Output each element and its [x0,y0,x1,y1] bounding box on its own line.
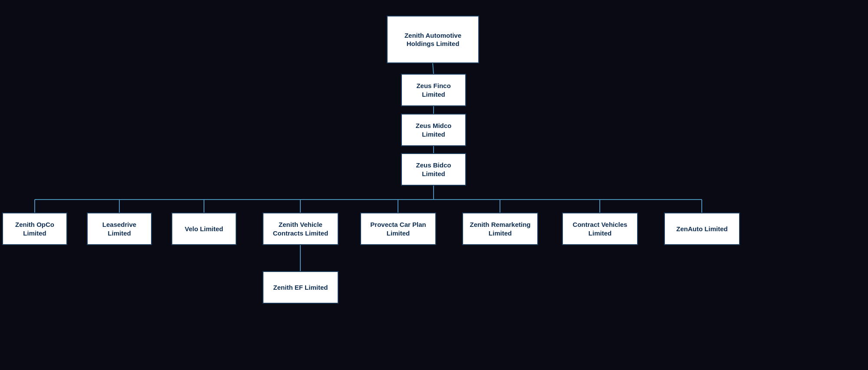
node-leasedrive: Leasedrive Limited [87,213,152,245]
node-zvc: Zenith Vehicle Contracts Limited [263,213,339,245]
node-zenithef: Zenith EF Limited [263,271,339,304]
node-zenauto: ZenAuto Limited [664,213,740,245]
org-chart: Zenith Automotive Holdings Limited Zeus … [0,0,868,370]
node-remarketing: Zenith Remarketing Limited [462,213,538,245]
svg-line-0 [433,63,434,74]
node-cvc: Contract Vehicles Limited [562,213,638,245]
node-opco: Zenith OpCo Limited [2,213,67,245]
node-midco: Zeus Midco Limited [401,114,466,146]
node-bidco: Zeus Bidco Limited [401,153,466,186]
node-velo: Velo Limited [171,213,237,245]
node-finco: Zeus Finco Limited [401,74,466,106]
node-provecta: Provecta Car Plan Limited [360,213,436,245]
node-holdings: Zenith Automotive Holdings Limited [387,16,479,63]
